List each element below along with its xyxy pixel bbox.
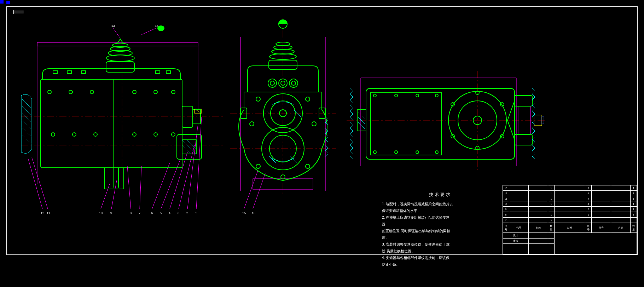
svg-line-38 [22,120,31,130]
svg-text:15: 15 [242,211,246,215]
svg-point-27 [94,133,97,136]
note-line: 器 [382,221,499,227]
svg-line-146 [358,122,365,129]
svg-point-26 [72,133,76,136]
note-line: 2. 在横梁上应该钻多组螺纹孔以便选择变速 [382,214,499,220]
svg-text:4: 4 [169,211,170,215]
note-line: 度。 [382,235,499,241]
svg-point-136 [395,151,398,154]
view-top [347,64,545,177]
note-line: 驶 员最佳换档位置。 [382,248,499,254]
svg-point-131 [373,94,376,97]
svg-line-144 [358,111,365,119]
note-line: 3. 安装时调整变速器位置，使变速器处于驾 [382,241,499,247]
note-line: 4. 变速器与各相邻部件螺纹连接前，应该做 [382,255,499,261]
svg-point-25 [51,133,55,136]
note-line: 的正确位置,同时保证输出轴与传动轴的同轴 [382,228,499,234]
handle-mark[interactable] [6,1,10,4]
svg-line-142 [507,101,515,120]
svg-point-102 [306,164,310,168]
svg-point-132 [395,94,398,97]
technical-notes: 技术要求 1. 装配时，视实际情况增减横梁之间的垫片以 保证变速箱箱体的水平。 … [382,191,499,268]
svg-point-21 [90,90,94,94]
note-line: 保证变速箱箱体的水平。 [382,208,499,214]
svg-text:13: 13 [111,24,115,28]
svg-rect-13 [81,71,86,74]
svg-line-59 [141,28,156,35]
notes-title: 技术要求 [382,191,499,198]
svg-line-51 [140,166,141,209]
svg-rect-121 [371,93,441,155]
svg-line-40 [22,134,31,144]
svg-point-138 [435,151,438,154]
drawing-canvas: 13 14 12 11 10 9 8 7 6 5 4 3 2 1 [0,0,644,287]
svg-point-88 [289,79,298,87]
svg-text:8: 8 [130,211,132,215]
svg-text:6: 6 [151,211,153,215]
svg-line-35 [22,99,31,108]
svg-rect-15 [166,71,170,74]
svg-line-47 [32,157,48,209]
svg-line-58 [113,28,120,38]
svg-text:10: 10 [99,211,103,215]
svg-rect-11 [53,71,57,74]
svg-point-101 [256,164,260,168]
note-line: 防止生锈。 [382,262,499,268]
svg-point-23 [154,90,157,94]
svg-point-134 [435,94,438,97]
svg-point-19 [48,90,51,94]
svg-point-30 [172,133,175,136]
svg-text:7: 7 [139,211,140,215]
note-line: 1. 装配时，视实际情况增减横梁之间的垫片以 [382,201,499,207]
svg-line-48 [101,184,110,209]
svg-point-99 [250,122,254,126]
svg-rect-16 [41,79,182,168]
svg-rect-10 [106,62,134,72]
svg-point-100 [312,122,316,126]
svg-text:1: 1 [195,211,197,215]
svg-line-54 [170,152,187,209]
svg-point-135 [373,151,376,154]
svg-line-37 [22,113,31,122]
svg-text:5: 5 [160,211,162,215]
svg-rect-140 [515,96,532,106]
svg-point-29 [154,133,157,136]
svg-line-39 [22,127,31,137]
svg-text:9: 9 [110,211,112,215]
svg-line-52 [152,163,170,209]
svg-text:3: 3 [178,211,179,215]
svg-rect-14 [156,71,160,74]
svg-point-91 [291,81,296,85]
svg-text:12: 12 [41,211,44,215]
svg-line-49 [111,180,117,209]
svg-point-137 [416,151,419,154]
svg-line-46 [28,159,42,209]
svg-point-22 [133,90,136,94]
svg-line-42 [182,145,191,154]
svg-line-43 [187,140,196,149]
svg-text:11: 11 [47,211,50,215]
view-front: 15 16 [219,18,347,216]
svg-point-20 [69,90,72,94]
svg-point-98 [306,97,310,101]
svg-rect-120 [366,88,515,159]
svg-text:16: 16 [252,211,255,215]
svg-rect-141 [515,134,532,145]
title-block: 13161 12151 11141 10131 9121 8111 71 序号代… [503,185,637,254]
svg-rect-12 [67,71,71,74]
svg-text:2: 2 [186,211,188,215]
svg-point-28 [133,133,136,136]
svg-line-36 [22,106,31,115]
svg-line-45 [196,110,200,113]
svg-point-97 [256,97,260,101]
svg-point-89 [270,81,274,85]
svg-point-86 [268,79,277,87]
svg-point-133 [416,94,419,97]
view-side: 13 14 12 11 10 9 8 7 6 5 4 3 2 1 [21,18,223,216]
svg-line-50 [127,166,131,209]
handle-top-left[interactable] [0,0,4,4]
svg-point-24 [172,90,175,94]
svg-line-143 [507,120,515,140]
